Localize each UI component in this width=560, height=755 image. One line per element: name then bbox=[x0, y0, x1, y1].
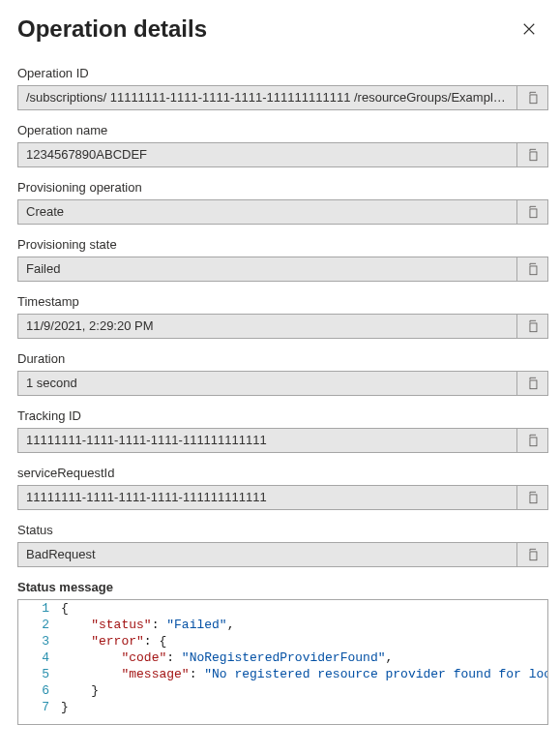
field-row: /subscriptions/ 11111111-1111-1111-1111-… bbox=[17, 85, 548, 110]
copy-button[interactable] bbox=[516, 86, 547, 109]
code-text: "code": "NoRegisteredProviderFound", bbox=[59, 649, 393, 666]
field-value[interactable]: 11111111-1111-1111-1111-111111111111 bbox=[18, 429, 516, 452]
field-provisioning-state: Provisioning state Failed bbox=[17, 237, 548, 282]
copy-button[interactable] bbox=[516, 543, 547, 566]
copy-button[interactable] bbox=[516, 429, 547, 452]
field-tracking-id: Tracking ID 11111111-1111-1111-1111-1111… bbox=[17, 408, 548, 453]
svg-rect-8 bbox=[529, 552, 536, 560]
svg-rect-4 bbox=[529, 323, 536, 332]
svg-rect-5 bbox=[529, 380, 536, 389]
field-value[interactable]: Failed bbox=[18, 257, 516, 281]
copy-button[interactable] bbox=[516, 486, 547, 509]
copy-button[interactable] bbox=[516, 315, 547, 338]
field-row: 1234567890ABCDEF bbox=[17, 142, 548, 167]
field-label: Operation name bbox=[17, 123, 548, 137]
scroll-area[interactable]: Operation ID /subscriptions/ 11111111-11… bbox=[0, 52, 560, 755]
svg-rect-3 bbox=[529, 266, 536, 275]
field-value[interactable]: 1 second bbox=[18, 372, 516, 395]
code-line: 1{ bbox=[18, 600, 547, 617]
copy-button[interactable] bbox=[516, 143, 547, 166]
svg-rect-0 bbox=[529, 95, 536, 104]
field-label: Tracking ID bbox=[17, 408, 548, 423]
code-text: "error": { bbox=[59, 633, 166, 649]
field-row: 11111111-1111-1111-1111-111111111111 bbox=[17, 485, 548, 510]
code-text: "status": "Failed", bbox=[59, 617, 234, 633]
field-label: Operation ID bbox=[17, 66, 548, 80]
field-timestamp: Timestamp 11/9/2021, 2:29:20 PM bbox=[17, 294, 548, 339]
field-duration: Duration 1 second bbox=[17, 351, 548, 396]
close-button[interactable] bbox=[519, 19, 539, 39]
copy-icon bbox=[526, 377, 540, 390]
line-number: 3 bbox=[18, 633, 59, 649]
code-line: 2 "status": "Failed", bbox=[18, 617, 547, 633]
field-value[interactable]: 11/9/2021, 2:29:20 PM bbox=[18, 315, 516, 338]
field-value[interactable]: BadRequest bbox=[18, 543, 516, 566]
field-value[interactable]: 1234567890ABCDEF bbox=[18, 143, 516, 166]
panel-title: Operation details bbox=[17, 15, 207, 43]
code-line: 6 } bbox=[18, 682, 547, 699]
svg-rect-7 bbox=[529, 495, 536, 503]
code-line: 3 "error": { bbox=[18, 633, 547, 649]
code-text: "message": "No registered resource provi… bbox=[59, 666, 548, 682]
svg-rect-1 bbox=[529, 152, 536, 161]
field-service-request-id: serviceRequestId 11111111-1111-1111-1111… bbox=[17, 466, 548, 510]
field-row: BadRequest bbox=[17, 542, 548, 567]
copy-icon bbox=[526, 262, 540, 276]
line-number: 6 bbox=[18, 682, 59, 699]
copy-icon bbox=[526, 434, 540, 447]
field-status: Status BadRequest bbox=[17, 523, 548, 567]
code-text: { bbox=[59, 600, 69, 617]
field-label: serviceRequestId bbox=[17, 466, 548, 480]
code-line: 4 "code": "NoRegisteredProviderFound", bbox=[18, 649, 547, 666]
copy-icon bbox=[526, 319, 540, 333]
field-label: Status message bbox=[17, 580, 548, 594]
copy-icon bbox=[526, 148, 540, 162]
line-number: 7 bbox=[18, 699, 59, 715]
field-provisioning-operation: Provisioning operation Create bbox=[17, 180, 548, 225]
field-value[interactable]: 11111111-1111-1111-1111-111111111111 bbox=[18, 486, 516, 509]
field-row: Failed bbox=[17, 257, 548, 282]
field-operation-id: Operation ID /subscriptions/ 11111111-11… bbox=[17, 66, 548, 110]
field-row: 11111111-1111-1111-1111-111111111111 bbox=[17, 428, 548, 453]
panel-header: Operation details bbox=[0, 0, 560, 52]
copy-icon bbox=[526, 91, 540, 105]
field-status-message: Status message 1{2 "status": "Failed",3 … bbox=[17, 580, 548, 725]
svg-rect-6 bbox=[529, 438, 536, 446]
code-line: 5 "message": "No registered resource pro… bbox=[18, 666, 547, 682]
field-label: Provisioning state bbox=[17, 237, 548, 252]
copy-icon bbox=[526, 491, 540, 504]
field-row: Create bbox=[17, 199, 548, 225]
field-label: Duration bbox=[17, 351, 548, 366]
copy-button[interactable] bbox=[516, 257, 547, 281]
line-number: 1 bbox=[18, 600, 59, 617]
field-row: 11/9/2021, 2:29:20 PM bbox=[17, 314, 548, 339]
code-text: } bbox=[59, 699, 69, 715]
copy-button[interactable] bbox=[516, 200, 547, 224]
close-icon bbox=[522, 22, 536, 36]
code-line: 7} bbox=[18, 699, 547, 715]
field-label: Timestamp bbox=[17, 294, 548, 309]
line-number: 2 bbox=[18, 617, 59, 633]
svg-rect-2 bbox=[529, 209, 536, 218]
line-number: 4 bbox=[18, 649, 59, 666]
code-text: } bbox=[59, 682, 99, 699]
field-operation-name: Operation name 1234567890ABCDEF bbox=[17, 123, 548, 167]
field-row: 1 second bbox=[17, 371, 548, 396]
status-message-json-viewer[interactable]: 1{2 "status": "Failed",3 "error": {4 "co… bbox=[17, 599, 548, 725]
field-value[interactable]: Create bbox=[18, 200, 516, 224]
field-label: Status bbox=[17, 523, 548, 537]
copy-button[interactable] bbox=[516, 372, 547, 395]
field-label: Provisioning operation bbox=[17, 180, 548, 195]
field-value[interactable]: /subscriptions/ 11111111-1111-1111-1111-… bbox=[18, 86, 516, 109]
operation-details-panel: Operation details Operation ID /subscrip… bbox=[0, 0, 560, 755]
copy-icon bbox=[526, 205, 540, 219]
line-number: 5 bbox=[18, 666, 59, 682]
copy-icon bbox=[526, 548, 540, 561]
